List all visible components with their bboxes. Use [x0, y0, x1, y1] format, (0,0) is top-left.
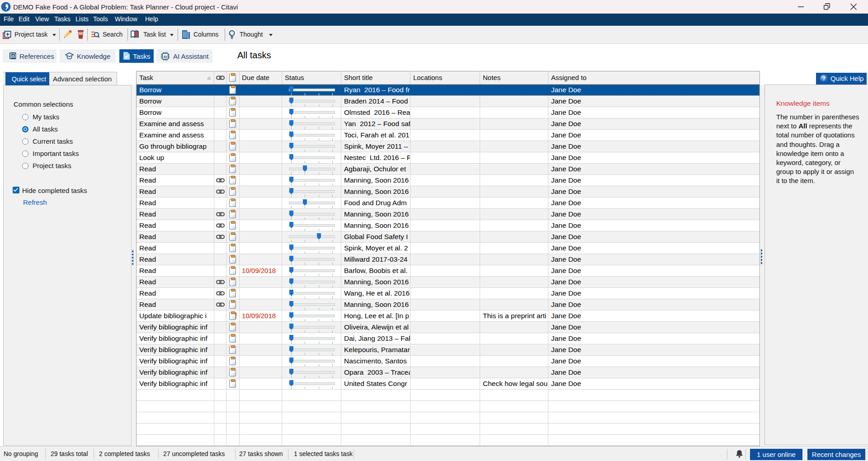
svg-text:A: A — [12, 54, 14, 58]
svg-text:AI: AI — [164, 55, 167, 59]
